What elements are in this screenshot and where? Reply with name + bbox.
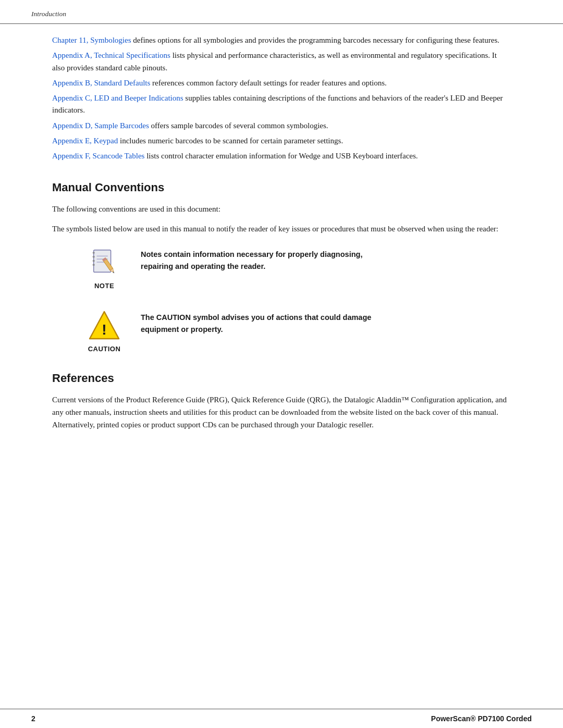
note-label: NOTE [94, 282, 114, 290]
page-header: Introduction [0, 0, 563, 24]
footer-product-name: PowerScan® PD7100 Corded [431, 714, 532, 723]
chapter-link[interactable]: Appendix E, Keypad [52, 137, 118, 145]
manual-conventions-heading: Manual Conventions [52, 181, 511, 194]
references-heading: References [52, 372, 511, 385]
link-body-text: references common factory default settin… [150, 79, 387, 87]
chapter-link[interactable]: Appendix B, Standard Defaults [52, 79, 150, 87]
link-block: Appendix F, Scancode Tables lists contro… [52, 150, 511, 162]
link-block: Appendix B, Standard Defaults references… [52, 77, 511, 89]
svg-rect-6 [93, 260, 95, 262]
note-icon-area: NOTE [83, 245, 125, 290]
header-section-label: Introduction [31, 10, 66, 18]
note-text: Notes contain information necessary for … [141, 245, 391, 272]
link-body-text: defines options for all symbologies and … [131, 36, 499, 44]
references-paragraph: Current versions of the Product Referenc… [52, 393, 511, 431]
page: Introduction Chapter 11, Symbologies def… [0, 0, 563, 728]
link-block: Chapter 11, Symbologies defines options … [52, 34, 511, 46]
link-block: Appendix C, LED and Beeper Indications s… [52, 92, 511, 117]
intro-links: Chapter 11, Symbologies defines options … [52, 34, 511, 162]
caution-icon-area: ! CAUTION [83, 309, 125, 353]
footer-page-number: 2 [31, 714, 35, 723]
chapter-link[interactable]: Appendix A, Technical Specifications [52, 51, 170, 59]
chapter-link[interactable]: Appendix C, LED and Beeper Indications [52, 94, 183, 102]
link-block: Appendix A, Technical Specifications lis… [52, 50, 511, 74]
link-body-text: lists control character emulation inform… [144, 152, 418, 160]
svg-text:!: ! [102, 322, 106, 338]
manual-conventions-paragraph2: The symbols listed below are used in thi… [52, 223, 511, 235]
manual-conventions-paragraph1: The following conventions are used in th… [52, 203, 511, 215]
link-block: Appendix D, Sample Barcodes offers sampl… [52, 120, 511, 132]
svg-rect-0 [94, 250, 111, 273]
caution-callout: ! CAUTION The CAUTION symbol advises you… [83, 309, 511, 353]
chapter-link[interactable]: Appendix D, Sample Barcodes [52, 121, 149, 130]
svg-rect-5 [93, 256, 95, 258]
chapter-link[interactable]: Chapter 11, Symbologies [52, 36, 131, 44]
link-body-text: offers sample barcodes of several common… [149, 121, 328, 130]
link-block: Appendix E, Keypad includes numeric barc… [52, 135, 511, 147]
caution-text: The CAUTION symbol advises you of action… [141, 309, 391, 335]
link-body-text: includes numeric barcodes to be scanned … [118, 137, 343, 145]
svg-rect-4 [93, 252, 95, 254]
caution-label: CAUTION [88, 345, 121, 353]
caution-icon: ! [88, 309, 121, 342]
svg-rect-7 [93, 264, 95, 266]
main-content: Chapter 11, Symbologies defines options … [0, 24, 563, 480]
callout-area: NOTE Notes contain information necessary… [83, 245, 511, 353]
page-footer: 2 PowerScan® PD7100 Corded [0, 709, 563, 728]
chapter-link[interactable]: Appendix F, Scancode Tables [52, 152, 144, 160]
note-icon [88, 245, 121, 279]
note-callout: NOTE Notes contain information necessary… [83, 245, 511, 290]
